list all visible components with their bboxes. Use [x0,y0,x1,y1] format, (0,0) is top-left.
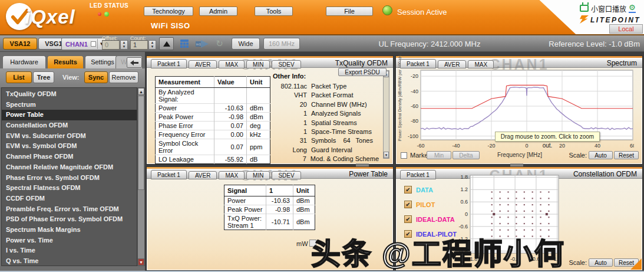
count-input[interactable]: 1 [130,40,148,50]
column-header: 1 [266,185,293,196]
legend-label: IDEAL-DATA [416,216,455,223]
splitter-handle[interactable] [510,163,523,166]
sidebar-tab-settings[interactable]: Settings [85,55,120,68]
scale-reset-button[interactable]: Reset [614,151,639,159]
constellation-tabs: Packet 1 [398,169,436,179]
sidebar-item-preamble-freq-error-vs-time-ofdm[interactable]: Preamble Freq. Error vs. Time OFDM [2,204,137,215]
legend-checkbox-data[interactable]: ✔ [404,186,412,194]
menu-admin-button[interactable]: Admin [199,6,237,16]
ul-frequency-readout: UL Frequency: 2412.000 MHz [352,40,507,48]
other-info-rows: 802.11acPacket TypeVHTPacket Format20Cha… [273,82,379,164]
sidebar-tab-results[interactable]: Results [47,55,84,68]
sidebar-item-phase-error-vs-symbol-ofdm[interactable]: Phase Error vs. Symbol OFDM [2,173,137,183]
other-info-row: 1Space-Time Streams [273,127,379,136]
cell-unit: kHz [247,130,270,139]
marker-checkbox[interactable] [401,152,407,159]
legend-checkbox-pilot[interactable]: ✔ [404,201,412,208]
tv-icon [580,5,589,12]
svg-text:-60: -60 [417,143,424,149]
export-psdu-button[interactable]: Export PSDU [338,68,387,76]
sidebar-item-evm-vs-subcarrier-ofdm[interactable]: EVM vs. Subcarrier OFDM [2,131,137,142]
wide-button[interactable]: Wide [232,38,260,50]
splitter-handle[interactable] [356,163,369,166]
other-info-scrollbar[interactable]: ▲ ▼ [383,70,389,159]
spectrum-tab-max[interactable]: MAX [468,60,494,68]
other-info-label: Guard Interval [311,146,352,155]
sidebar-item-constellation-ofdm[interactable]: Constellation OFDM [2,120,137,131]
pin-panel-button[interactable] [127,57,142,68]
cell-value: 0.07 [214,122,247,130]
cell-label: By Analyzed Signal: [156,88,214,104]
txquality-tab-sdev[interactable]: SDEV [272,60,300,68]
results-list-scrollbar[interactable]: ▲ ▼ [137,87,145,266]
other-info-value: 20 [273,100,307,109]
spectrum-tab-aver[interactable]: AVER [438,60,467,68]
scale-auto-button[interactable]: Auto [589,258,613,267]
sidebar-item-psd-of-phase-error-vs-symbol-ofdm[interactable]: PSD of Phase Error vs. Symbol OFDM [2,214,137,225]
sidebar-item-spectrum[interactable]: Spectrum [2,100,137,110]
gear-icon[interactable]: ⚙ [629,4,636,13]
power-table-tab-packet-1[interactable]: Packet 1 [151,170,187,179]
power-table-tab-max[interactable]: MAX [219,171,245,179]
constellation-tab-packet-1[interactable]: Packet 1 [400,170,436,179]
other-info-value: 1 [273,127,307,136]
sidebar-item-spectrum-mask-margins[interactable]: Spectrum Mask Margins [2,225,137,235]
menu-file-button[interactable]: File [326,6,373,16]
sidebar-item-txquality-ofdm[interactable]: TxQuality OFDM [2,89,137,100]
pip-overlay[interactable]: 小窗口播放 ⚙ [580,2,642,15]
sidebar-item-channel-phase-ofdm[interactable]: Channel Phase OFDM [2,152,137,162]
power-table-tab-aver[interactable]: AVER [189,171,217,179]
menu-technology-button[interactable]: Technology [144,6,193,16]
scroll-up-icon[interactable]: ▲ [138,88,144,95]
cell-label: Peak Power [156,113,214,122]
remove-button[interactable]: Remove [109,71,138,83]
table-row: Power-10.63dBm [224,196,315,205]
txquality-tab-min[interactable]: MIN [246,60,270,68]
cell-label: Power [224,196,266,205]
tree-view-button[interactable]: Tree [33,71,54,83]
other-info-value: VHT [273,91,307,100]
menu-tools-button[interactable]: Tools [255,6,293,16]
sidebar-tab-hardware[interactable]: Hardware [2,55,46,68]
sidebar-item-i-vs-time[interactable]: I vs. Time [2,245,137,256]
sidebar-item-channel-relative-magnitude-ofdm[interactable]: Channel Relative Magnitude OFDM [2,162,137,173]
sidebar-item-spectral-flatness-ofdm[interactable]: Spectral Flatness OFDM [2,183,137,194]
scrollbar-thumb[interactable] [138,96,144,190]
other-info-value: 1 [273,109,307,118]
list-view-button[interactable]: List [6,71,32,83]
sidebar-item-power-vs-time[interactable]: Power vs. Time [2,235,137,246]
txquality-tab-aver[interactable]: AVER [189,60,217,68]
resize-grip[interactable] [630,258,642,270]
mw-label: mW [296,240,308,247]
txquality-panel: CHAN1 Packet 1AVERMAXMINSDEV TxQuality O… [146,55,394,165]
sidebar-item-q-vs-time[interactable]: Q vs. Time [2,256,137,266]
sidebar-item-ccdf-ofdm[interactable]: CCDF OFDM [2,194,137,204]
txquality-tab-max[interactable]: MAX [219,60,245,68]
count-stepper[interactable]: ▲▼ [148,40,156,50]
spectrum-tab-packet-1[interactable]: Packet 1 [400,59,436,68]
sidebar-item-evm-vs-symbol-ofdm[interactable]: EVM vs. Symbol OFDM [2,141,137,152]
svg-text:-100: -100 [408,133,418,139]
table-row: LO Leakage-55.92dB [156,155,270,164]
pilot-point [493,213,495,215]
local-button[interactable]: Local [609,24,643,34]
txquality-tab-packet-1[interactable]: Packet 1 [151,59,187,68]
scroll-down-icon[interactable]: ▼ [384,152,389,158]
channel-select[interactable]: CHAN1 ▼ [61,38,106,50]
sync-button[interactable]: Sync [84,71,108,83]
table-row: Peak Power-0.98dBm [156,113,270,122]
vsa-button[interactable]: VSA12 [3,38,37,50]
sidebar-item-power-table[interactable]: Power Table [2,110,137,120]
other-info-value: 7 [273,155,306,163]
scale-auto-button[interactable]: Auto [589,151,613,159]
legend-checkbox-ideal-data[interactable]: ✔ [404,215,412,223]
scroll-down-icon[interactable]: ▼ [138,258,144,266]
power-table-tab-sdev[interactable]: SDEV [272,171,300,179]
upload-icon[interactable] [159,37,174,50]
loop-icon: ↻ [212,37,227,50]
offset-stepper[interactable]: ▲▼ [120,40,128,50]
offset-input[interactable]: 0 [102,40,120,50]
grid-keypad-icon[interactable] [177,37,191,50]
toolbar: VSA12 VSG12 CHAN1 ▼ Offset: 0 ▲▼ Count: … [0,34,644,52]
power-table-tab-min[interactable]: MIN [246,171,270,179]
